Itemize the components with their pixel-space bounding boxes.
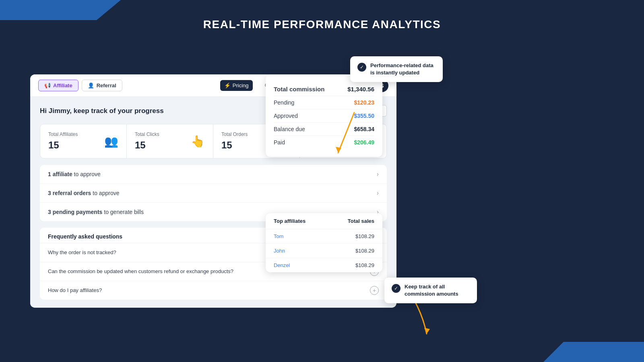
approved-label: Approved <box>274 113 298 119</box>
tooltip-commission: ✓ Keep track of all commission amounts <box>384 278 477 303</box>
affiliates-col-header: Top affiliates <box>274 218 324 224</box>
person-icon: 👤 <box>88 82 94 88</box>
greeting-text: Hi Jimmy, keep track of your progress <box>40 107 164 115</box>
affiliate-name-denzel[interactable]: Denzel <box>274 262 324 268</box>
pending-value: $120.23 <box>354 99 374 106</box>
stat-info: Total Orders 15 <box>221 132 248 151</box>
commission-paid-row: Paid $206.49 <box>274 136 374 149</box>
affiliates-panel: Top affiliates Total sales Tom $108.29 J… <box>266 213 382 272</box>
action-list: 1 affiliate to approve › 3 referral orde… <box>40 165 387 221</box>
chevron-right-icon: › <box>377 189 379 197</box>
stat-total-clicks: Total Clicks 15 👆 <box>127 124 213 158</box>
checkmark-icon-bottom: ✓ <box>392 284 400 293</box>
affiliate-row-denzel: Denzel $108.29 <box>266 258 382 272</box>
faq-item-3[interactable]: How do I pay affiliates? + <box>40 281 387 300</box>
commission-panel: Total commission $1,340.56 Pending $120.… <box>266 74 382 157</box>
tooltip-commission-text: Keep track of all commission amounts <box>405 283 470 298</box>
bottom-right-decoration <box>543 342 644 362</box>
affiliate-row-tom: Tom $108.29 <box>266 229 382 244</box>
affiliate-name-john[interactable]: John <box>274 248 324 254</box>
faq-expand-icon[interactable]: + <box>370 286 379 295</box>
tooltip-performance: ✓ Performance-related data is instantly … <box>350 56 443 82</box>
stat-info: Total Clicks 15 <box>135 132 159 151</box>
commission-balance-row: Balance due $658.34 <box>274 123 374 136</box>
affiliate-sales-john: $108.29 <box>324 248 374 254</box>
clicks-icon: 👆 <box>191 135 205 148</box>
pending-label: Pending <box>274 99 294 106</box>
approved-value: $355.50 <box>354 113 374 119</box>
paid-label: Paid <box>274 139 285 146</box>
action-referral-orders[interactable]: 3 referral orders to approve › <box>40 184 387 203</box>
tooltip-content-bottom: ✓ Keep track of all commission amounts <box>392 283 470 298</box>
affiliates-header: Top affiliates Total sales <box>266 213 382 229</box>
tooltip-content: ✓ Performance-related data is instantly … <box>357 62 436 76</box>
page-title: REAL-TIME PERFORMANCE ANALYTICS <box>203 18 441 31</box>
commission-pending-row: Pending $120.23 <box>274 96 374 109</box>
total-commission-value: $1,340.56 <box>347 86 374 93</box>
affiliate-sales-denzel: $108.29 <box>324 262 374 268</box>
nav-pricing-link[interactable]: ⚡ Pricing <box>220 80 253 91</box>
balance-label: Balance due <box>274 126 305 132</box>
sales-col-header: Total sales <box>324 218 374 224</box>
commission-approved-row: Approved $355.50 <box>274 109 374 123</box>
commission-total-row: Total commission $1,340.56 <box>274 82 374 96</box>
affiliate-sales-tom: $108.29 <box>324 233 374 239</box>
nav-left: 📢 Affiliate 👤 Referral <box>38 80 217 91</box>
top-left-decoration <box>0 0 121 20</box>
stat-total-affiliates: Total Affiliates 15 👥 <box>40 124 127 158</box>
total-commission-label: Total commission <box>274 86 324 93</box>
nav-affiliate-button[interactable]: 📢 Affiliate <box>38 80 78 91</box>
lightning-icon: ⚡ <box>224 82 231 88</box>
action-affiliate-approve[interactable]: 1 affiliate to approve › <box>40 165 387 184</box>
megaphone-icon: 📢 <box>44 82 51 88</box>
chevron-right-icon: › <box>377 171 379 178</box>
affiliates-icon: 👥 <box>104 135 118 148</box>
action-affiliate-text: 1 affiliate to approve <box>48 171 101 177</box>
svg-marker-1 <box>424 328 430 334</box>
tooltip-performance-text: Performance-related data is instantly up… <box>370 62 436 76</box>
action-payments-text: 3 pending payments to generate bills <box>48 209 144 215</box>
affiliate-row-john: John $108.29 <box>266 244 382 258</box>
stat-info: Total Affiliates 15 <box>48 132 78 151</box>
action-referral-text: 3 referral orders to approve <box>48 190 119 196</box>
checkmark-icon: ✓ <box>357 63 366 72</box>
paid-value: $206.49 <box>354 139 374 146</box>
nav-referral-button[interactable]: 👤 Referral <box>82 80 122 91</box>
balance-value: $658.34 <box>354 126 374 132</box>
affiliate-name-tom[interactable]: Tom <box>274 233 324 239</box>
